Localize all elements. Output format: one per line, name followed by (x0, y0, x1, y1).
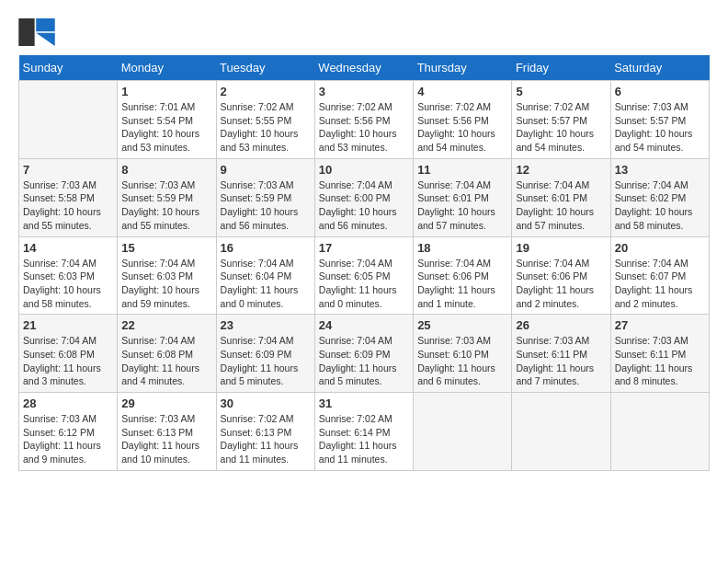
day-cell: 22Sunrise: 7:04 AMSunset: 6:08 PMDayligh… (118, 315, 216, 393)
day-number: 22 (121, 318, 211, 332)
day-number: 12 (516, 163, 606, 177)
day-info: Sunrise: 7:04 AMSunset: 6:00 PMDaylight:… (319, 178, 409, 233)
day-info: Sunrise: 7:04 AMSunset: 6:09 PMDaylight:… (221, 334, 311, 388)
day-cell: 26Sunrise: 7:03 AMSunset: 6:11 PMDayligh… (512, 315, 610, 393)
day-info: Sunrise: 7:02 AMSunset: 6:14 PMDaylight:… (319, 412, 409, 466)
day-cell: 15Sunrise: 7:04 AMSunset: 6:03 PMDayligh… (118, 236, 216, 315)
day-info: Sunrise: 7:04 AMSunset: 6:08 PMDaylight:… (121, 334, 211, 388)
day-info: Sunrise: 7:02 AMSunset: 5:56 PMDaylight:… (319, 100, 409, 155)
day-info: Sunrise: 7:04 AMSunset: 6:03 PMDaylight:… (23, 257, 113, 311)
day-cell: 18Sunrise: 7:04 AMSunset: 6:06 PMDayligh… (414, 236, 512, 315)
day-info: Sunrise: 7:03 AMSunset: 5:58 PMDaylight:… (23, 178, 113, 233)
day-cell: 30Sunrise: 7:02 AMSunset: 6:13 PMDayligh… (216, 393, 314, 471)
week-row-2: 7Sunrise: 7:03 AMSunset: 5:58 PMDaylight… (19, 158, 710, 236)
day-number: 13 (615, 163, 705, 177)
day-cell: 4Sunrise: 7:02 AMSunset: 5:56 PMDaylight… (414, 81, 512, 159)
day-info: Sunrise: 7:01 AMSunset: 5:54 PMDaylight:… (121, 100, 211, 155)
weekday-header-friday: Friday (512, 55, 610, 81)
day-cell: 27Sunrise: 7:03 AMSunset: 6:11 PMDayligh… (610, 315, 709, 393)
day-cell: 25Sunrise: 7:03 AMSunset: 6:10 PMDayligh… (414, 315, 512, 393)
day-cell: 23Sunrise: 7:04 AMSunset: 6:09 PMDayligh… (216, 315, 314, 393)
day-number: 19 (516, 241, 606, 255)
day-cell: 29Sunrise: 7:03 AMSunset: 6:13 PMDayligh… (118, 393, 216, 471)
day-info: Sunrise: 7:03 AMSunset: 5:59 PMDaylight:… (221, 178, 311, 233)
day-info: Sunrise: 7:04 AMSunset: 6:06 PMDaylight:… (516, 257, 606, 311)
day-cell: 28Sunrise: 7:03 AMSunset: 6:12 PMDayligh… (19, 393, 118, 471)
day-info: Sunrise: 7:03 AMSunset: 6:13 PMDaylight:… (121, 412, 211, 466)
day-cell: 9Sunrise: 7:03 AMSunset: 5:59 PMDaylight… (216, 158, 314, 236)
day-info: Sunrise: 7:03 AMSunset: 5:57 PMDaylight:… (615, 100, 705, 155)
day-info: Sunrise: 7:03 AMSunset: 6:11 PMDaylight:… (516, 334, 606, 388)
day-number: 16 (221, 241, 311, 255)
weekday-header-monday: Monday (118, 55, 216, 81)
day-cell: 2Sunrise: 7:02 AMSunset: 5:55 PMDaylight… (216, 81, 314, 159)
svg-marker-2 (36, 33, 55, 46)
calendar-table: SundayMondayTuesdayWednesdayThursdayFrid… (18, 55, 710, 471)
day-info: Sunrise: 7:04 AMSunset: 6:05 PMDaylight:… (319, 257, 409, 311)
week-row-4: 21Sunrise: 7:04 AMSunset: 6:08 PMDayligh… (19, 315, 710, 393)
day-info: Sunrise: 7:04 AMSunset: 6:09 PMDaylight:… (319, 334, 409, 388)
day-info: Sunrise: 7:03 AMSunset: 6:12 PMDaylight:… (23, 412, 113, 466)
day-number: 24 (319, 318, 409, 332)
day-number: 23 (221, 318, 311, 332)
week-row-5: 28Sunrise: 7:03 AMSunset: 6:12 PMDayligh… (19, 393, 710, 471)
day-cell: 7Sunrise: 7:03 AMSunset: 5:58 PMDaylight… (19, 158, 118, 236)
day-number: 11 (417, 163, 507, 177)
day-cell: 21Sunrise: 7:04 AMSunset: 6:08 PMDayligh… (19, 315, 118, 393)
day-cell: 31Sunrise: 7:02 AMSunset: 6:14 PMDayligh… (314, 393, 413, 471)
day-cell (19, 81, 118, 159)
day-number: 4 (417, 85, 507, 98)
day-number: 29 (121, 396, 211, 410)
day-info: Sunrise: 7:04 AMSunset: 6:04 PMDaylight:… (221, 257, 311, 311)
weekday-header-saturday: Saturday (610, 55, 709, 81)
day-cell: 11Sunrise: 7:04 AMSunset: 6:01 PMDayligh… (414, 158, 512, 236)
day-info: Sunrise: 7:03 AMSunset: 6:11 PMDaylight:… (615, 334, 705, 388)
svg-rect-1 (36, 18, 55, 31)
day-number: 10 (319, 163, 409, 177)
day-info: Sunrise: 7:02 AMSunset: 5:55 PMDaylight:… (221, 100, 311, 155)
week-row-3: 14Sunrise: 7:04 AMSunset: 6:03 PMDayligh… (19, 236, 710, 315)
day-number: 14 (23, 241, 113, 255)
day-number: 5 (516, 85, 606, 98)
day-number: 17 (319, 241, 409, 255)
day-info: Sunrise: 7:02 AMSunset: 6:13 PMDaylight:… (221, 412, 311, 466)
day-cell: 8Sunrise: 7:03 AMSunset: 5:59 PMDaylight… (118, 158, 216, 236)
page-header (18, 18, 710, 46)
day-cell: 12Sunrise: 7:04 AMSunset: 6:01 PMDayligh… (512, 158, 610, 236)
weekday-header-sunday: Sunday (19, 55, 118, 81)
day-number: 2 (221, 85, 311, 98)
weekday-header-tuesday: Tuesday (216, 55, 314, 81)
day-number: 27 (615, 318, 705, 332)
day-cell: 24Sunrise: 7:04 AMSunset: 6:09 PMDayligh… (314, 315, 413, 393)
day-info: Sunrise: 7:04 AMSunset: 6:06 PMDaylight:… (417, 257, 507, 311)
day-cell: 10Sunrise: 7:04 AMSunset: 6:00 PMDayligh… (314, 158, 413, 236)
day-number: 21 (23, 318, 113, 332)
day-info: Sunrise: 7:04 AMSunset: 6:01 PMDaylight:… (516, 178, 606, 233)
day-number: 18 (417, 241, 507, 255)
day-cell (610, 393, 709, 471)
day-cell: 13Sunrise: 7:04 AMSunset: 6:02 PMDayligh… (610, 158, 709, 236)
day-number: 7 (23, 163, 113, 177)
week-row-1: 1Sunrise: 7:01 AMSunset: 5:54 PMDaylight… (19, 81, 710, 159)
day-number: 1 (121, 85, 211, 98)
day-cell: 3Sunrise: 7:02 AMSunset: 5:56 PMDaylight… (314, 81, 413, 159)
day-number: 15 (121, 241, 211, 255)
day-number: 3 (319, 85, 409, 98)
day-info: Sunrise: 7:03 AMSunset: 6:10 PMDaylight:… (417, 334, 507, 388)
day-number: 25 (417, 318, 507, 332)
day-number: 20 (615, 241, 705, 255)
weekday-header-row: SundayMondayTuesdayWednesdayThursdayFrid… (19, 55, 710, 81)
day-info: Sunrise: 7:04 AMSunset: 6:07 PMDaylight:… (615, 257, 705, 311)
day-info: Sunrise: 7:04 AMSunset: 6:01 PMDaylight:… (417, 178, 507, 233)
day-info: Sunrise: 7:04 AMSunset: 6:03 PMDaylight:… (121, 257, 211, 311)
day-cell: 6Sunrise: 7:03 AMSunset: 5:57 PMDaylight… (610, 81, 709, 159)
svg-rect-0 (18, 18, 34, 46)
day-info: Sunrise: 7:03 AMSunset: 5:59 PMDaylight:… (121, 178, 211, 233)
day-cell: 17Sunrise: 7:04 AMSunset: 6:05 PMDayligh… (314, 236, 413, 315)
day-cell: 19Sunrise: 7:04 AMSunset: 6:06 PMDayligh… (512, 236, 610, 315)
day-number: 9 (221, 163, 311, 177)
day-number: 26 (516, 318, 606, 332)
day-number: 31 (319, 396, 409, 410)
day-info: Sunrise: 7:02 AMSunset: 5:56 PMDaylight:… (417, 100, 507, 155)
day-info: Sunrise: 7:02 AMSunset: 5:57 PMDaylight:… (516, 100, 606, 155)
